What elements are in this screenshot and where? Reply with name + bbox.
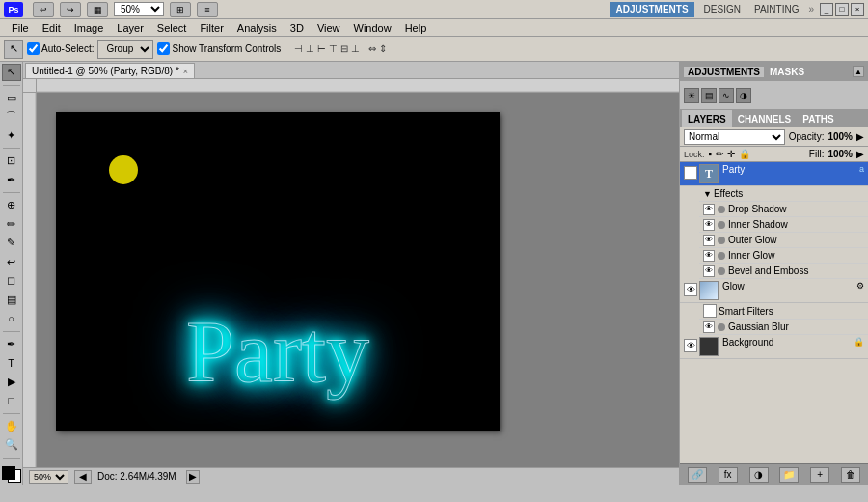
zoom-select[interactable]: 50% 25% 75% 100%: [114, 2, 164, 16]
menu-analysis[interactable]: Analysis: [231, 19, 283, 37]
menu-view[interactable]: View: [312, 19, 346, 37]
effect-inner-shadow[interactable]: 👁 Inner Shadow: [699, 217, 868, 233]
lock-all-icon[interactable]: 🔒: [739, 149, 750, 159]
masks-tab[interactable]: MASKS: [766, 67, 808, 77]
status-arrow-left[interactable]: ◀: [74, 470, 92, 484]
color-swatches[interactable]: [2, 466, 21, 483]
menu-select[interactable]: Select: [151, 19, 193, 37]
minimize-button[interactable]: _: [820, 3, 833, 16]
brush-tool[interactable]: ✏: [2, 215, 21, 233]
layer-party[interactable]: 👁 T Party a: [680, 162, 868, 186]
spot-heal-tool[interactable]: ⊕: [2, 197, 21, 214]
more-workspaces[interactable]: »: [808, 4, 814, 14]
align-center-icon[interactable]: ⊥: [306, 43, 314, 54]
canvas-scroll[interactable]: Party: [37, 93, 679, 467]
essentials-button[interactable]: ADJUSTMENTS: [610, 2, 694, 17]
new-group-button[interactable]: 📁: [779, 467, 799, 483]
layer-bg-visibility[interactable]: 👁: [684, 339, 697, 352]
crop-tool[interactable]: ⊡: [2, 153, 21, 170]
painting-button[interactable]: PAINTING: [750, 2, 802, 17]
auto-select-checkbox[interactable]: [27, 42, 40, 55]
move-tool[interactable]: ↖: [2, 64, 21, 81]
menu-filter[interactable]: Filter: [194, 19, 229, 37]
menu-help[interactable]: Help: [399, 19, 433, 37]
layer-background[interactable]: 👁 Background 🔒: [680, 335, 868, 359]
dodge-tool[interactable]: ○: [2, 310, 21, 327]
menu-layer[interactable]: Layer: [111, 19, 149, 37]
layer-fx-button[interactable]: fx: [719, 467, 738, 483]
effects-triangle[interactable]: ▼: [703, 189, 712, 199]
history-brush-tool[interactable]: ↩: [2, 254, 21, 271]
menu-image[interactable]: Image: [68, 19, 110, 37]
hue-sat-icon[interactable]: ◑: [736, 88, 751, 103]
brightness-contrast-icon[interactable]: ☀: [684, 88, 699, 103]
layer-glow-options[interactable]: ⚙: [856, 281, 864, 291]
layer-party-visibility[interactable]: 👁: [684, 166, 697, 180]
distribute-h-icon[interactable]: ⇔: [368, 43, 376, 54]
new-layer-button[interactable]: +: [810, 467, 829, 483]
effect-outer-glow[interactable]: 👁 Outer Glow: [699, 233, 868, 248]
quick-select-tool[interactable]: ✦: [2, 127, 21, 145]
effect-bevel-emboss[interactable]: 👁 Bevel and Emboss: [699, 264, 868, 279]
channels-tab[interactable]: CHANNELS: [732, 110, 798, 127]
menu-window[interactable]: Window: [348, 19, 397, 37]
hand-tool[interactable]: ✋: [2, 418, 21, 435]
align-middle-icon[interactable]: ⊟: [340, 43, 348, 54]
transform-controls-checkbox[interactable]: [157, 42, 170, 55]
align-top-icon[interactable]: ⊤: [329, 43, 338, 54]
layers-tab[interactable]: LAYERS: [682, 110, 732, 127]
shape-tool[interactable]: □: [2, 392, 21, 409]
effect-gaussian-blur[interactable]: 👁 Gaussian Blur: [699, 320, 868, 335]
gaussian-blur-eye[interactable]: 👁: [703, 321, 715, 333]
distribute-v-icon[interactable]: ⇕: [379, 43, 387, 54]
history-redo-icon[interactable]: ↪: [60, 2, 81, 17]
pen-tool[interactable]: ✒: [2, 336, 21, 353]
align-left-icon[interactable]: ⊣: [294, 43, 303, 54]
menu-file[interactable]: File: [6, 19, 35, 37]
zoom-percent-select[interactable]: 50%: [29, 470, 68, 484]
close-button[interactable]: ×: [851, 3, 864, 16]
gradient-tool[interactable]: ▤: [2, 292, 21, 309]
levels-icon[interactable]: ▤: [701, 88, 717, 103]
adjustments-tab[interactable]: ADJUSTMENTS: [684, 67, 764, 77]
curves-icon[interactable]: ∿: [719, 88, 734, 103]
paths-tab[interactable]: PATHS: [797, 110, 839, 127]
status-arrow-right[interactable]: ▶: [186, 470, 200, 484]
path-select-tool[interactable]: ▶: [2, 374, 21, 391]
delete-layer-button[interactable]: 🗑: [841, 467, 860, 483]
align-bottom-icon[interactable]: ⊥: [351, 43, 360, 54]
design-button[interactable]: DESIGN: [700, 2, 745, 17]
effect-inner-glow[interactable]: 👁 Inner Glow: [699, 248, 868, 264]
layer-glow[interactable]: 👁 Glow ⚙: [680, 279, 868, 303]
maximize-button[interactable]: □: [835, 3, 849, 16]
auto-select-type[interactable]: Group Layer: [97, 40, 153, 59]
eraser-tool[interactable]: ◻: [2, 272, 21, 290]
text-tool[interactable]: T: [2, 354, 21, 372]
bevel-emboss-eye[interactable]: 👁: [703, 265, 715, 277]
effect-drop-shadow[interactable]: 👁 Drop Shadow: [699, 202, 868, 217]
inner-glow-eye[interactable]: 👁: [703, 250, 715, 262]
marquee-tool[interactable]: ▭: [2, 89, 21, 106]
fill-expand-icon[interactable]: ▶: [856, 149, 864, 159]
canvas-tab-close[interactable]: ×: [183, 67, 188, 76]
lock-transparent-icon[interactable]: ▪: [709, 149, 713, 159]
lock-position-icon[interactable]: ✛: [727, 149, 735, 159]
zoom-tool[interactable]: 🔍: [2, 436, 21, 454]
inner-shadow-eye[interactable]: 👁: [703, 219, 715, 231]
blend-mode-select[interactable]: Normal Multiply Screen: [684, 129, 785, 145]
align-right-icon[interactable]: ⊢: [317, 43, 326, 54]
drop-shadow-eye[interactable]: 👁: [703, 204, 715, 215]
clone-stamp-tool[interactable]: ✎: [2, 235, 21, 252]
history-icon[interactable]: ↩: [33, 2, 54, 17]
panel-collapse-button[interactable]: ▲: [853, 66, 864, 77]
link-layers-button[interactable]: 🔗: [688, 467, 707, 483]
eyedropper-tool[interactable]: ✒: [2, 171, 21, 188]
canvas-tab-untitled[interactable]: Untitled-1 @ 50% (Party, RGB/8) * ×: [25, 63, 195, 78]
opacity-expand-icon[interactable]: ▶: [856, 131, 864, 142]
lasso-tool[interactable]: ⌒: [2, 108, 21, 126]
menu-3d[interactable]: 3D: [285, 19, 310, 37]
lock-pixels-icon[interactable]: ✏: [716, 149, 723, 159]
foreground-color-swatch[interactable]: [2, 466, 15, 480]
outer-glow-eye[interactable]: 👁: [703, 235, 715, 246]
layer-glow-visibility[interactable]: 👁: [684, 283, 697, 296]
